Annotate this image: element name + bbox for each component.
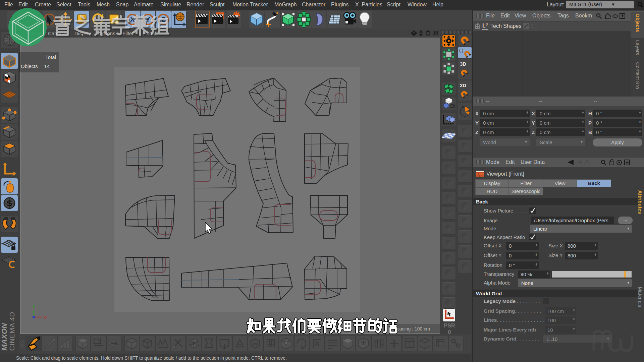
- svg-text:3D: 3D: [460, 61, 466, 67]
- svg-text:S: S: [7, 199, 12, 208]
- svg-text:Y: Y: [32, 304, 35, 309]
- svg-text:Y: Y: [146, 16, 150, 23]
- svg-text:X: X: [130, 16, 135, 23]
- svg-text:2D: 2D: [460, 82, 466, 88]
- svg-text:X: X: [44, 315, 47, 320]
- svg-text:Z: Z: [161, 16, 165, 23]
- svg-text:( ): ( ): [459, 48, 463, 53]
